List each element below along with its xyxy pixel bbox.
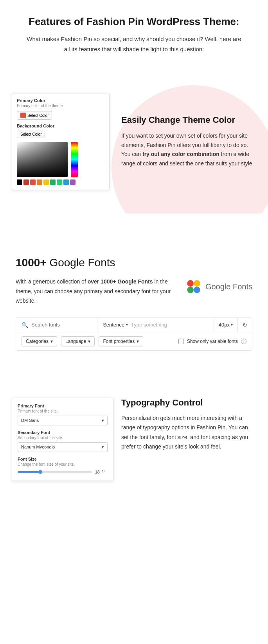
font-size-value: 40px [219, 322, 230, 328]
variable-fonts-checkbox-area: Show only variable fonts i [178, 339, 246, 344]
primary-font-select[interactable]: DM Sans ▾ [18, 416, 108, 425]
fonts-content: With a generous collection of over 1000+… [16, 277, 252, 306]
swatch-yellow[interactable] [43, 179, 49, 185]
slider-thumb [38, 470, 42, 474]
select-color-label: Select Color [27, 113, 49, 118]
font-search-top-bar: 🔍 Sentence ▾ Type something 40px ▾ ↻ [16, 318, 252, 332]
font-size-box: 40px ▾ [214, 318, 238, 332]
fonts-title: 1000+ Google Fonts [16, 257, 252, 269]
select-bg-color-button[interactable]: Select Color [17, 131, 45, 138]
typography-heading: Typography Control [121, 398, 256, 408]
typography-text: Typography Control Personalization gets … [121, 398, 256, 452]
primary-font-arrow: ▾ [102, 418, 104, 423]
categories-filter-button[interactable]: Categories ▾ [22, 336, 57, 346]
color-desc-bold: try out any color combination [142, 151, 219, 157]
font-properties-arrow: ▾ [137, 339, 139, 344]
fonts-title-normal: Google Fonts [47, 257, 115, 269]
type-something-placeholder[interactable]: Type something [131, 322, 167, 328]
color-picker-visual [17, 142, 104, 185]
fonts-desc-part1: With a generous collection of [16, 278, 88, 285]
secondary-font-arrow: ▾ [102, 445, 104, 450]
fonts-desc-text: With a generous collection of over 1000+… [16, 277, 174, 306]
variable-fonts-checkbox[interactable] [178, 339, 184, 344]
language-label: Language [65, 339, 86, 344]
svg-point-0 [187, 280, 194, 287]
select-primary-color-button[interactable]: Select Color [17, 111, 52, 120]
font-properties-label: Font properties [103, 339, 135, 344]
fonts-title-bold: 1000+ [16, 257, 47, 269]
font-filters-row: Categories ▾ Language ▾ Font properties … [16, 332, 252, 350]
color-section: Primary Color Primary color of the theme… [0, 77, 268, 213]
svg-point-2 [187, 287, 194, 293]
color-swatches [17, 179, 104, 185]
primary-font-sublabel: Primary font of the site. [18, 409, 108, 413]
font-size-slider-value: 18 [95, 470, 100, 474]
sentence-dropdown-arrow: ▾ [126, 323, 128, 327]
font-search-ui: 🔍 Sentence ▾ Type something 40px ▾ ↻ [16, 318, 252, 351]
swatch-purple[interactable] [70, 179, 76, 185]
google-fonts-label: Google Fonts [205, 282, 252, 291]
secondary-font-sublabel: Secondary font of the site. [18, 436, 108, 440]
fonts-section: 1000+ Google Fonts With a generous colle… [0, 237, 268, 359]
sentence-label: Sentence [103, 322, 124, 328]
color-panel: Primary Color Primary color of the theme… [12, 93, 110, 190]
search-fonts-input[interactable] [31, 322, 92, 328]
secondary-font-select[interactable]: Nanum Myeongjo ▾ [18, 442, 108, 452]
refresh-button[interactable]: ↻ [238, 318, 252, 332]
swatch-orange[interactable] [37, 179, 42, 185]
features-description: What makes Fashion Pin so special, and w… [23, 34, 245, 54]
swatch-blue[interactable] [63, 179, 69, 185]
color-mockup: Primary Color Primary color of the theme… [12, 93, 110, 190]
primary-color-label: Primary Color [17, 98, 104, 103]
font-size-sublabel: Change the font size of your site. [18, 462, 108, 466]
bg-color-label: Background Color [17, 124, 104, 128]
font-sentence-box: Sentence ▾ Type something [97, 318, 214, 332]
features-header: Features of Fashion Pin WordPress Theme:… [0, 0, 268, 66]
font-size-slider[interactable] [18, 471, 92, 473]
swatch-black[interactable] [17, 179, 22, 185]
variable-fonts-label: Show only variable fonts [187, 339, 238, 344]
typography-content: Primary Font Primary font of the site. D… [0, 398, 268, 481]
google-fonts-icon [186, 279, 201, 294]
swatch-darkred[interactable] [23, 179, 29, 185]
primary-font-label: Primary Font [18, 404, 108, 408]
font-size-label: Font Size [18, 457, 108, 461]
secondary-font-value: Nanum Myeongjo [21, 445, 55, 449]
font-search-box[interactable]: 🔍 [16, 318, 97, 332]
color-picker-square[interactable] [17, 142, 68, 177]
font-size-select[interactable]: 40px ▾ [219, 322, 233, 328]
google-fonts-logo: Google Fonts [186, 279, 252, 294]
color-swatch [20, 113, 26, 118]
categories-arrow: ▾ [50, 339, 53, 344]
swatch-lightgreen[interactable] [57, 179, 62, 185]
typography-mockup: Primary Font Primary font of the site. D… [12, 398, 113, 481]
color-heading: Easily Change Theme Color [121, 115, 256, 126]
search-icon: 🔍 [22, 322, 28, 328]
swatch-green[interactable] [50, 179, 56, 185]
font-size-arrow: ▾ [231, 323, 233, 327]
select-bg-label: Select Color [20, 132, 41, 136]
info-icon[interactable]: i [241, 339, 246, 344]
secondary-font-label: Secondary Font [18, 430, 108, 435]
color-hue-slider[interactable] [71, 142, 78, 177]
svg-point-1 [194, 280, 200, 287]
color-content: Primary Color Primary color of the theme… [0, 93, 268, 190]
sentence-dropdown[interactable]: Sentence ▾ [103, 322, 128, 328]
typography-description: Personalization gets much more interesti… [121, 413, 256, 452]
svg-point-3 [194, 287, 200, 293]
font-size-reset-button[interactable]: ↻ [101, 469, 108, 475]
features-title: Features of Fashion Pin WordPress Theme: [23, 16, 245, 28]
font-size-slider-row: 18 ↻ [18, 469, 108, 475]
fonts-description: With a generous collection of over 1000+… [16, 277, 174, 306]
primary-color-sublabel: Primary color of the theme. [17, 104, 104, 108]
categories-label: Categories [26, 339, 49, 344]
color-description: If you want to set your own set of color… [121, 131, 256, 169]
font-properties-filter-button[interactable]: Font properties ▾ [99, 336, 143, 346]
fonts-desc-bold: over 1000+ Google Fonts [88, 278, 153, 285]
swatch-red[interactable] [30, 179, 36, 185]
language-arrow: ▾ [88, 339, 90, 344]
primary-font-value: DM Sans [21, 418, 39, 423]
typography-section: Primary Font Primary font of the site. D… [0, 382, 268, 497]
color-text-info: Easily Change Theme Color If you want to… [121, 115, 256, 169]
language-filter-button[interactable]: Language ▾ [61, 336, 95, 346]
